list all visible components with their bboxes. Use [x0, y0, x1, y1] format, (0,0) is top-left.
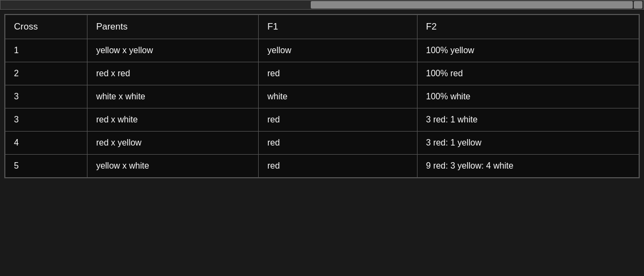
- cell-f1: red: [259, 62, 418, 85]
- cell-cross: 1: [5, 39, 87, 62]
- genetics-table: Cross Parents F1 F2 1yellow x yellowyell…: [4, 14, 640, 178]
- table-row: 3white x whitewhite100% white: [5, 85, 639, 108]
- cell-f2: 3 red: 1 yellow: [417, 132, 639, 155]
- header-f2: F2: [417, 14, 639, 39]
- cell-f1: red: [259, 132, 418, 155]
- cell-f2: 100% yellow: [417, 39, 639, 62]
- cell-parents: yellow x yellow: [87, 39, 259, 62]
- cell-f1: white: [259, 85, 418, 108]
- table-row: 5yellow x whitered9 red: 3 yellow: 4 whi…: [5, 155, 639, 178]
- cell-cross: 3: [5, 108, 87, 132]
- cell-f2: 3 red: 1 white: [417, 108, 639, 132]
- cell-f1: yellow: [259, 39, 418, 62]
- scrollbar-thumb[interactable]: [311, 1, 633, 9]
- table-container: Cross Parents F1 F2 1yellow x yellowyell…: [0, 10, 644, 276]
- table-row: 1yellow x yellowyellow100% yellow: [5, 39, 639, 62]
- cell-f2: 9 red: 3 yellow: 4 white: [417, 155, 639, 178]
- header-f1: F1: [259, 14, 418, 39]
- header-cross: Cross: [5, 14, 87, 39]
- cell-cross: 2: [5, 62, 87, 85]
- scrollbar-end-button[interactable]: [634, 1, 642, 9]
- table-row: 3red x whitered3 red: 1 white: [5, 108, 639, 132]
- horizontal-scrollbar[interactable]: [0, 0, 644, 10]
- cell-parents: white x white: [87, 85, 259, 108]
- cell-parents: yellow x white: [87, 155, 259, 178]
- table-header-row: Cross Parents F1 F2: [5, 14, 639, 39]
- header-parents: Parents: [87, 14, 259, 39]
- table-row: 2red x redred100% red: [5, 62, 639, 85]
- table-row: 4red x yellowred3 red: 1 yellow: [5, 132, 639, 155]
- cell-cross: 5: [5, 155, 87, 178]
- cell-f2: 100% red: [417, 62, 639, 85]
- cell-f1: red: [259, 108, 418, 132]
- cell-parents: red x white: [87, 108, 259, 132]
- cell-parents: red x yellow: [87, 132, 259, 155]
- cell-parents: red x red: [87, 62, 259, 85]
- cell-cross: 3: [5, 85, 87, 108]
- cell-f1: red: [259, 155, 418, 178]
- cell-cross: 4: [5, 132, 87, 155]
- cell-f2: 100% white: [417, 85, 639, 108]
